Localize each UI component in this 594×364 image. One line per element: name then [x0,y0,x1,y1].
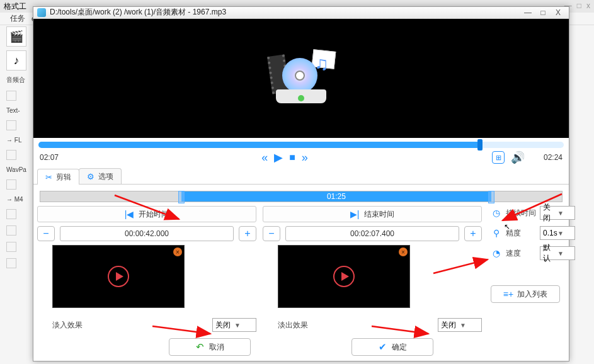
speed-value: 默认 [543,242,557,264]
side-txt-icon[interactable] [6,91,16,101]
parent-close[interactable]: x [586,1,590,10]
precision-label: 精度 [506,228,536,239]
fade-in-select[interactable]: 关闭 ▼ [212,318,256,332]
side-music-icon[interactable]: ♪ [6,50,26,71]
fade-in-value: 关闭 [215,320,234,331]
list-add-icon: ≡+ [503,289,513,299]
start-plus-button[interactable]: + [239,226,256,241]
preview-area: ♫ [33,19,569,138]
chevron-down-icon: ▼ [557,230,572,237]
seek-thumb[interactable] [477,139,483,151]
undo-icon: ↶ [196,341,204,353]
forward-icon[interactable]: » [302,151,308,164]
cancel-button[interactable]: ↶ 取消 [169,338,251,356]
end-time-header[interactable]: ▶| 结束时间 [263,206,482,222]
stop-icon[interactable]: ■ [289,152,295,163]
start-column: |◀ 开始时间 − 00:00:42.000 + × 淡入效果 关闭 ▼ [37,206,256,332]
minimize-button[interactable]: — [521,8,535,18]
start-minus-button[interactable]: − [37,226,55,241]
app-icon [37,8,46,17]
duration-select[interactable]: 关闭 ▼ [540,206,575,220]
precision-value: 0.1s [543,229,557,237]
close-button[interactable]: X [551,8,565,18]
skip-start-icon: |◀ [125,209,134,219]
side-x2-icon[interactable] [6,225,16,236]
chevron-down-icon: ▼ [234,322,253,329]
side-fla-icon[interactable] [6,120,16,130]
tabs: ✂ 剪辑 ⚙ 选项 [33,168,569,185]
cancel-label: 取消 [209,342,224,353]
seek-slider[interactable] [38,142,564,148]
ok-label: 确定 [392,342,407,353]
end-thumb-close-icon[interactable]: × [399,247,408,256]
chevron-down-icon: ▼ [557,250,572,257]
side-merge-label: 音频合 [6,74,31,86]
window-controls: — □ X [521,8,565,18]
skip-end-icon: ▶| [350,209,360,219]
fade-in-label: 淡入效果 [52,320,90,331]
speed-icon: ◔ [491,248,502,258]
side-fla-label: → FL [6,135,31,145]
fade-out-label: 淡出效果 [278,320,316,331]
seek-row [33,138,569,148]
speed-label: 速度 [506,248,536,259]
start-time-value[interactable]: 00:00:42.000 [60,226,234,241]
snapshot-icon[interactable]: ⊞ [492,151,505,164]
precision-select[interactable]: 0.1s ▼ [540,226,575,240]
fade-out-select[interactable]: 关闭 ▼ [438,318,482,332]
side-m4r-icon[interactable] [6,179,16,190]
chevron-down-icon: ▼ [557,210,572,217]
side-wav-label: WavPa [6,165,31,174]
tab-options-label: 选项 [98,171,113,182]
rewind-icon[interactable]: « [261,151,268,164]
ok-button[interactable]: ✔ 确定 [351,338,433,356]
footer: ↶ 取消 ✔ 确定 [33,334,569,361]
play-icon[interactable]: ▶ [274,151,283,164]
gear-icon: ⚙ [87,172,94,181]
side-text-label: Text- [6,106,31,115]
total-time: 02:24 [525,153,563,162]
side-x1-icon[interactable] [6,209,16,219]
parent-max[interactable]: □ [577,1,581,10]
end-thumb-play-icon[interactable] [333,266,355,287]
precision-icon: ⚲ [491,228,502,238]
speed-select[interactable]: 默认 ▼ [540,246,575,260]
range-handle-start[interactable] [178,191,185,203]
maximize-button[interactable]: □ [536,8,550,18]
media-placeholder-icon: ♫ [270,53,333,103]
side-video-icon[interactable]: 🎬 [6,26,26,47]
end-thumbnail[interactable]: × [278,245,410,308]
settings-column: ◷ 持续时间 关闭 ▼ ⚲ 精度 0.1s ▼ ◔ 速度 默认 [488,206,575,332]
menu-task[interactable]: 任务 [10,13,25,24]
check-icon: ✔ [379,341,387,353]
range-selection[interactable]: 01:25 [181,191,492,202]
end-minus-button[interactable]: − [263,226,280,241]
add-to-list-label: 加入列表 [517,289,547,300]
start-time-label: 开始时间 [139,209,169,220]
duration-label: 持续时间 [506,208,536,219]
start-time-header[interactable]: |◀ 开始时间 [37,206,256,222]
tab-options[interactable]: ⚙ 选项 [79,168,122,184]
side-wv-icon[interactable] [6,150,16,160]
range-handle-end[interactable] [488,191,494,203]
add-to-list-button[interactable]: ≡+ 加入列表 [491,285,560,303]
side-x4-icon[interactable] [6,258,16,268]
transport-bar: 02:07 « ▶ ■ » ⊞ 🔊 02:24 [33,148,569,168]
start-thumb-play-icon[interactable] [108,266,129,287]
range-selector[interactable]: 01:25 [33,185,569,206]
end-time-value[interactable]: 00:02:07.400 [285,226,459,241]
tab-trim[interactable]: ✂ 剪辑 [37,169,79,185]
side-x3-icon[interactable] [6,242,16,252]
editor-window: D:/tools/桌面/work (2) /work (1)/音频素材 - 19… [33,6,569,361]
window-title: D:/tools/桌面/work (2) /work (1)/音频素材 - 19… [50,7,521,18]
start-thumb-close-icon[interactable]: × [173,247,182,256]
titlebar[interactable]: D:/tools/桌面/work (2) /work (1)/音频素材 - 19… [33,7,569,19]
side-m4r-label: → M4 [6,195,31,204]
end-column: ▶| 结束时间 − 00:02:07.400 + × 淡出效果 关闭 ▼ [263,206,482,332]
fade-out-value: 关闭 [441,320,460,331]
volume-icon[interactable]: 🔊 [511,151,525,164]
parent-sidebar: 🎬 ♪ 音频合 Text- → FL WavPa → M4 [6,26,31,270]
tab-trim-label: 剪辑 [56,172,71,183]
start-thumbnail[interactable]: × [52,245,185,308]
end-plus-button[interactable]: + [464,226,482,241]
